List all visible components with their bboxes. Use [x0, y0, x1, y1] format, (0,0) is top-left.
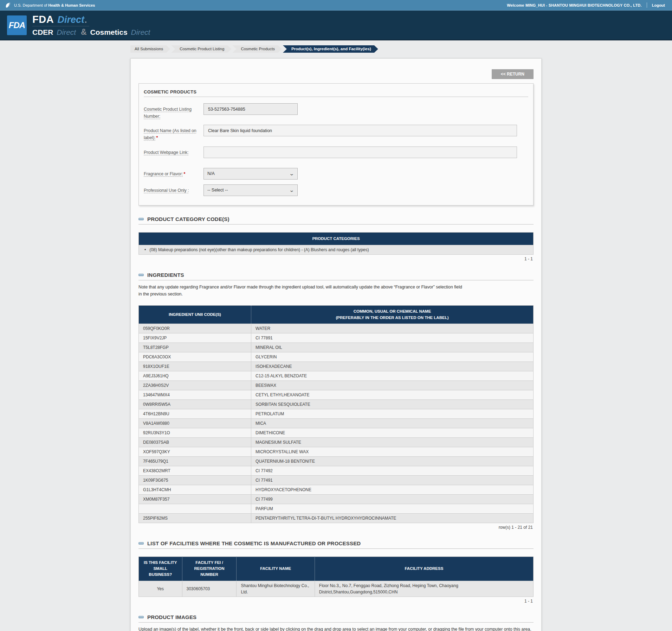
ingredients-table: INGREDIENT UNII CODE(S) COMMON, USUAL OR… — [138, 305, 534, 523]
ingredient-name: CI 77891 — [251, 333, 534, 343]
app-header: FDA FDA Direct CDER Direct & Cosmetics D… — [0, 11, 672, 40]
ingredient-unii-code: 92RU3N3Y1O — [139, 428, 251, 437]
product-name-label: Product Name (As listed on label):* — [144, 125, 203, 141]
ingredient-row: V8A1AW0880 MICA — [139, 418, 534, 428]
section-title-facilities: LIST OF FACILITIES WHERE THE COSMETIC IS… — [147, 540, 361, 546]
ingredient-row: XM0M87F357 CI 77499 — [139, 494, 534, 504]
fragrance-flavor-select[interactable]: N/A ⌄ — [203, 168, 298, 180]
brand-dot — [85, 21, 86, 23]
listing-number-input[interactable] — [203, 103, 298, 115]
ingredient-name: HYDROXYACETOPHENONE — [251, 485, 534, 494]
ingredient-row: 255PIF62MS PENTAERYTHRITYL TETRA-DI-T-BU… — [139, 513, 534, 523]
ingredient-row: 918X1OUF1E ISOHEXADECANE — [139, 362, 534, 371]
ingredient-row: T5L8T28FGP MINERAL OIL — [139, 343, 534, 352]
categories-pagination: 1 - 1 — [138, 256, 534, 261]
section-title-product-images: PRODUCT IMAGES — [147, 614, 196, 620]
ingredient-unii-code: A9EJ3J61HQ — [139, 371, 251, 380]
ingredient-name: MINERAL OIL — [251, 343, 534, 352]
column-header-product-categories: PRODUCT CATEGORIES — [139, 232, 534, 245]
fda-logo[interactable]: FDA — [7, 15, 27, 35]
breadcrumb-cosmetic-product-listing[interactable]: Cosmetic Product Listing — [171, 45, 231, 53]
ingredient-name: MICA — [251, 418, 534, 428]
ingredient-name: PETROLATUM — [251, 409, 534, 418]
ingredient-name: CI 77491 — [251, 475, 534, 485]
collapse-icon[interactable] — [138, 218, 144, 220]
product-name-input[interactable] — [203, 125, 517, 136]
ingredient-unii-code: 0W8RRI5W5A — [139, 399, 251, 409]
cosmetic-products-form: COSMETIC PRODUCTS Cosmetic Product Listi… — [138, 83, 534, 206]
ingredient-unii-code: 059QF0KO0R — [139, 324, 251, 333]
collapse-icon[interactable] — [138, 616, 144, 618]
ingredient-unii-code: XM0M87F357 — [139, 494, 251, 504]
column-header-facility-name: FACILITY NAME — [237, 557, 315, 581]
facilities-pagination: 1 - 1 — [138, 599, 534, 604]
divider — [138, 622, 534, 623]
professional-use-select[interactable]: -- Select -- ⌄ — [203, 184, 298, 196]
ingredient-name: CI 77492 — [251, 466, 534, 475]
ingredient-row: 0W8RRI5W5A SORBITAN SESQUIOLEATE — [139, 399, 534, 409]
ingredient-name: SORBITAN SESQUIOLEATE — [251, 399, 534, 409]
ingredient-name: PENTAERYTHRITYL TETRA-DI-T-BUTYL HYDROXY… — [251, 513, 534, 523]
breadcrumb-all-submissions[interactable]: All Submissions — [130, 45, 170, 53]
facility-fei-number: 3030605703 — [182, 581, 237, 597]
return-button[interactable]: << RETURN — [492, 69, 534, 79]
fragrance-flavor-label: Fragrance or Flavor:* — [144, 168, 203, 178]
logout-button[interactable]: Logout — [652, 3, 665, 7]
facility-name: Shantou Minghui Biotechnology Co., Ltd. — [237, 581, 315, 597]
ingredient-name: MICROCRYSTALLINE WAX — [251, 447, 534, 456]
ingredient-row: 1K09F3G675 CI 77491 — [139, 475, 534, 485]
product-categories-table: PRODUCT CATEGORIES (08) Makeup preparati… — [138, 232, 534, 255]
page-background: << RETURN COSMETIC PRODUCTS Cosmetic Pro… — [0, 53, 672, 631]
ingredient-unii-code: T5L8T28FGP — [139, 343, 251, 352]
ingredients-note: Note that any update regarding Fragrance… — [138, 284, 534, 298]
collapse-icon[interactable] — [138, 274, 144, 276]
ingredient-unii-code: EX438O2MRT — [139, 466, 251, 475]
form-title: COSMETIC PRODUCTS — [144, 89, 528, 95]
ingredient-row: XOF597Q3KY MICROCRYSTALLINE WAX — [139, 447, 534, 456]
ingredient-unii-code: 255PIF62MS — [139, 513, 251, 523]
ingredient-name: CI 77499 — [251, 494, 534, 504]
ingredient-row: 15FIX9V2JP CI 77891 — [139, 333, 534, 343]
ingredient-unii-code: 15FIX9V2JP — [139, 333, 251, 343]
category-cell: (08) Makeup preparations (not eye)(other… — [139, 245, 534, 254]
app-brand: FDA Direct CDER Direct & Cosmetics Direc… — [32, 14, 151, 37]
webpage-link-input[interactable] — [203, 147, 517, 158]
ingredient-unii-code: 7F465U79Q1 — [139, 456, 251, 466]
ingredient-row: 4T6H12BN9U PETROLATUM — [139, 409, 534, 418]
brand-cosmetics: Cosmetics — [90, 28, 128, 36]
ingredient-row: A9EJ3J61HQ C12-15 ALKYL BENZOATE — [139, 371, 534, 380]
column-header-chemical-name: COMMON, USUAL OR CHEMICAL NAME (PREFERAB… — [251, 306, 534, 324]
ingredient-unii-code: 134647WMX4 — [139, 390, 251, 399]
professional-selected-value: -- Select -- — [207, 188, 228, 193]
column-header-small-business: IS THIS FACILITY SMALL BUSINESS? — [139, 557, 182, 581]
facilities-table: IS THIS FACILITY SMALL BUSINESS? FACILIT… — [138, 557, 534, 597]
ingredient-name: C12-15 ALKYL BENZOATE — [251, 371, 534, 380]
ingredient-name: GLYCERIN — [251, 352, 534, 362]
divider — [138, 548, 534, 549]
ingredient-name: PARFUM — [251, 504, 534, 513]
ingredient-unii-code: 4T6H12BN9U — [139, 409, 251, 418]
professional-use-label: Professional Use Only : — [144, 184, 203, 194]
ingredient-name: DIMETHICONE — [251, 428, 534, 437]
divider — [138, 280, 534, 280]
brand-cosmetics-direct: Direct — [131, 28, 150, 36]
ingredient-unii-code: 2ZA36H0S2V — [139, 380, 251, 390]
ingredient-unii-code: DE08037SAB — [139, 437, 251, 447]
ingredient-row: DE08037SAB MAGNESIUM SULFATE — [139, 437, 534, 447]
department-title: U.S. Department of Health & Human Servic… — [14, 3, 95, 7]
ingredient-row: 059QF0KO0R WATER — [139, 324, 534, 333]
facility-row: Yes 3030605703 Shantou Minghui Biotechno… — [139, 581, 534, 597]
listing-number-label: Cosmetic Product Listing Number: — [144, 103, 203, 120]
column-header-facility-address: FACILITY ADDRESS — [315, 557, 533, 581]
brand-cder-direct: Direct — [57, 28, 76, 36]
column-header-unii-code: INGREDIENT UNII CODE(S) — [139, 306, 251, 324]
hhs-logo-icon — [5, 2, 11, 8]
webpage-link-label: Product Webpage Link: — [144, 147, 203, 156]
ingredient-name: BEESWAX — [251, 380, 534, 390]
breadcrumb-current-page: Product(s), Ingredient(s), and Facility(… — [283, 45, 378, 53]
ingredients-pagination: row(s) 1 - 21 of 21 — [138, 525, 534, 530]
collapse-icon[interactable] — [138, 542, 144, 545]
breadcrumb-cosmetic-products[interactable]: Cosmetic Products — [232, 45, 282, 53]
ingredient-unii-code: PDC6A3C0OX — [139, 352, 251, 362]
section-title-ingredients: INGREDIENTS — [147, 272, 184, 278]
